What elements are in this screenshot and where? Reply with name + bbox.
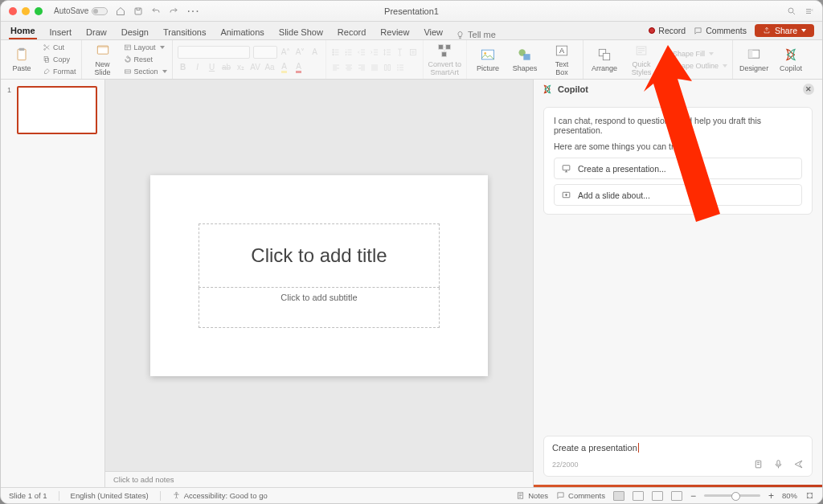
textbox-button[interactable]: AText Box: [546, 43, 578, 76]
tab-draw[interactable]: Draw: [84, 27, 109, 39]
font-size-select[interactable]: [253, 46, 277, 59]
italic-icon[interactable]: I: [192, 62, 203, 73]
save-icon[interactable]: [133, 6, 143, 16]
reset-button[interactable]: Reset: [124, 54, 167, 65]
highlight-icon[interactable]: A: [279, 62, 290, 73]
align-right-icon[interactable]: [357, 63, 366, 72]
subtitle-placeholder[interactable]: Click to add subtitle: [199, 288, 440, 328]
presentation-icon: [561, 163, 571, 174]
align-text-icon[interactable]: [408, 47, 418, 57]
subscript-icon[interactable]: x₂: [235, 62, 247, 73]
clear-format-icon[interactable]: A: [309, 47, 321, 58]
align-left-icon[interactable]: [331, 63, 341, 72]
shapes-button[interactable]: Shapes: [509, 47, 541, 72]
increase-indent-icon[interactable]: [370, 47, 379, 57]
tab-slideshow[interactable]: Slide Show: [277, 27, 325, 39]
new-slide-button[interactable]: New Slide: [87, 43, 119, 76]
accessibility-icon: [172, 491, 181, 500]
font-family-select[interactable]: [178, 46, 250, 59]
line-spacing-icon[interactable]: [383, 47, 392, 57]
tab-design[interactable]: Design: [120, 27, 150, 39]
shape-outline-button[interactable]: Shape Outline: [662, 60, 727, 72]
tell-me-search[interactable]: Tell me: [456, 30, 496, 39]
decrease-font-icon[interactable]: A˅: [295, 47, 306, 58]
record-dot-icon: [649, 27, 655, 34]
tab-insert[interactable]: Insert: [48, 27, 74, 39]
tab-record[interactable]: Record: [336, 27, 367, 39]
copilot-suggestion-add-slide[interactable]: Add a slide about...: [554, 184, 802, 206]
fullscreen-window-icon[interactable]: [35, 7, 43, 15]
undo-icon[interactable]: [151, 6, 161, 16]
list-level-icon[interactable]: [395, 63, 405, 72]
home-icon[interactable]: [116, 6, 125, 16]
zoom-out-button[interactable]: −: [690, 490, 696, 502]
format-painter-button[interactable]: Format: [43, 66, 76, 77]
tab-view[interactable]: View: [422, 27, 444, 39]
ribbon-options-icon[interactable]: [805, 6, 814, 16]
tab-home[interactable]: Home: [9, 26, 37, 39]
zoom-in-button[interactable]: +: [768, 490, 774, 502]
paste-button[interactable]: Paste: [6, 47, 38, 72]
autosave-label: AutoSave: [54, 6, 88, 15]
comments-button[interactable]: Comments: [694, 26, 747, 35]
minimize-window-icon[interactable]: [22, 7, 30, 15]
attach-icon[interactable]: [753, 459, 764, 469]
text-direction-icon[interactable]: [395, 47, 405, 57]
normal-view-icon[interactable]: [613, 491, 624, 501]
tab-transitions[interactable]: Transitions: [162, 27, 207, 39]
decrease-indent-icon[interactable]: [357, 47, 366, 57]
quick-styles-button[interactable]: Quick Styles: [625, 43, 657, 76]
record-button[interactable]: Record: [649, 26, 686, 35]
copy-button[interactable]: Copy: [43, 54, 76, 65]
autosave-toggle[interactable]: AutoSave: [54, 6, 108, 15]
slide[interactable]: Click to add title Click to add subtitle: [150, 175, 488, 376]
reading-view-icon[interactable]: [652, 491, 663, 501]
columns-icon[interactable]: [383, 63, 392, 72]
status-accessibility[interactable]: Accessibility: Good to go: [172, 491, 268, 500]
microphone-icon[interactable]: [773, 459, 784, 469]
layout-button[interactable]: Layout: [124, 42, 167, 53]
more-icon[interactable]: ···: [186, 4, 199, 18]
status-notes-button[interactable]: Notes: [516, 491, 548, 500]
strikethrough-icon[interactable]: ab: [221, 62, 232, 73]
increase-font-icon[interactable]: A˄: [280, 47, 292, 58]
tab-animations[interactable]: Animations: [219, 27, 265, 39]
fit-to-window-icon[interactable]: [805, 491, 814, 500]
copilot-ribbon-button[interactable]: Copilot: [775, 47, 807, 72]
redo-icon[interactable]: [169, 6, 178, 16]
numbering-icon[interactable]: [344, 47, 354, 57]
status-language[interactable]: English (United States): [71, 491, 149, 500]
zoom-slider[interactable]: [704, 494, 760, 497]
search-icon[interactable]: [787, 6, 796, 16]
change-case-icon[interactable]: Aa: [264, 62, 276, 73]
slide-thumbnail-1[interactable]: [17, 86, 97, 134]
notes-placeholder[interactable]: Click to add notes: [105, 471, 533, 487]
zoom-value[interactable]: 80%: [782, 491, 797, 500]
status-comments-button[interactable]: Comments: [556, 491, 605, 500]
close-icon[interactable]: ✕: [803, 84, 814, 95]
bold-icon[interactable]: B: [178, 62, 189, 73]
underline-icon[interactable]: U: [207, 62, 218, 73]
send-icon[interactable]: [793, 459, 804, 469]
copilot-input[interactable]: Create a presentation 22/2000: [543, 436, 813, 477]
slideshow-view-icon[interactable]: [671, 491, 682, 501]
char-spacing-icon[interactable]: AV: [250, 62, 261, 73]
copilot-suggestion-create[interactable]: Create a presentation...: [554, 158, 802, 179]
justify-icon[interactable]: [370, 63, 379, 72]
copilot-input-value: Create a presentation: [552, 443, 637, 453]
share-button[interactable]: Share: [755, 24, 814, 37]
cut-button[interactable]: Cut: [43, 42, 76, 53]
sorter-view-icon[interactable]: [633, 491, 644, 501]
bullets-icon[interactable]: [331, 47, 341, 57]
align-center-icon[interactable]: [344, 63, 354, 72]
close-window-icon[interactable]: [9, 7, 17, 15]
shape-fill-button[interactable]: Shape Fill: [662, 48, 727, 59]
font-color-icon[interactable]: A: [293, 62, 305, 73]
title-placeholder[interactable]: Click to add title: [199, 223, 440, 288]
picture-button[interactable]: Picture: [472, 47, 504, 72]
designer-button[interactable]: Designer: [738, 47, 770, 72]
tab-review[interactable]: Review: [379, 27, 411, 39]
convert-smartart-button[interactable]: Convert to SmartArt: [428, 43, 462, 76]
arrange-button[interactable]: Arrange: [588, 47, 620, 72]
section-button[interactable]: Section: [124, 66, 167, 77]
